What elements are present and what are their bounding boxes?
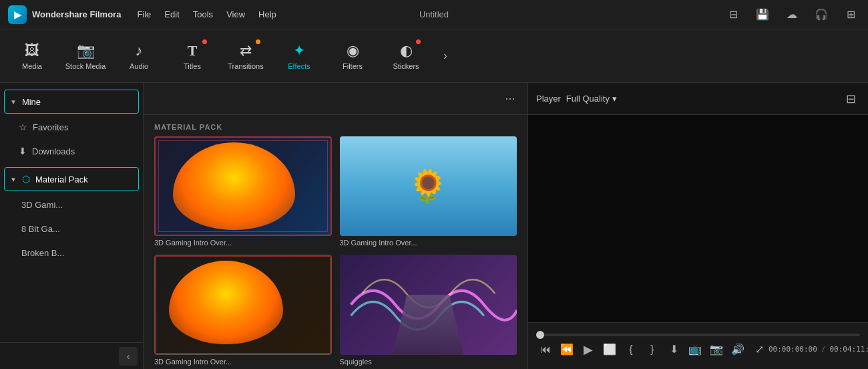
player-header: Player Full Quality ▾ ⊟ [528, 83, 868, 115]
sidebar-bottom: ‹ [0, 342, 143, 369]
menu-view[interactable]: View [226, 9, 245, 19]
grid-item-4[interactable]: Squiggles [340, 255, 517, 365]
filters-icon: ◉ [347, 42, 359, 59]
grid-label-3: 3D Gaming Intro Over... [154, 358, 332, 366]
right-panel: Player Full Quality ▾ ⊟ ⏮ ⏪ ▶ ⬜ { [527, 83, 868, 369]
camera-btn[interactable]: 📷 [707, 340, 726, 359]
sidebar-section: ▼ Mine ☆ Favorites ⬇ Downloads ▼ ⬡ Mater… [0, 83, 143, 342]
toolbar-more-btn[interactable]: › [435, 46, 455, 66]
3d-gami-label: 3D Gami... [21, 200, 63, 210]
app-name: Wondershare Filmora [32, 9, 121, 19]
player-right-icons: ⊟ [841, 90, 860, 108]
save-icon[interactable]: 💾 [753, 5, 772, 24]
material-pack-icon: ⬡ [22, 174, 30, 184]
stickers-badge [416, 39, 421, 44]
grid-label-4: Squiggles [340, 358, 517, 366]
time-sep: / [821, 345, 826, 354]
progress-bar[interactable] [536, 334, 860, 336]
time-row: ⏮ ⏪ ▶ ⬜ { } ⬇ 📺 📷 🔊 ⤢ 00:00:00:00 / 00:0… [536, 340, 860, 359]
logo-area: ▶ Wondershare Filmora [8, 5, 121, 24]
thumb-3 [154, 255, 332, 354]
flower-overlay-1 [173, 142, 295, 230]
sidebar-item-material-pack[interactable]: ▼ ⬡ Material Pack [4, 167, 139, 191]
play-btn[interactable]: ▶ [579, 340, 598, 359]
mark-in-btn[interactable]: { [622, 340, 640, 359]
sidebar-item-favorites[interactable]: ☆ Favorites [0, 115, 143, 139]
menu-tools[interactable]: Tools [193, 9, 213, 19]
thumb-4 [340, 255, 517, 354]
toolbar-effects-label: Effects [288, 62, 310, 70]
toolbar-stickers-label: Stickers [393, 62, 419, 70]
toolbar-filters[interactable]: ◉ Filters [326, 33, 379, 80]
screen-btn[interactable]: 📺 [686, 340, 704, 359]
sidebar-item-broken-b[interactable]: Broken B... [0, 241, 143, 265]
stock-media-icon: 📷 [77, 42, 95, 59]
sidebar-item-8bit-ga[interactable]: 8 Bit Ga... [0, 217, 143, 241]
menu-help[interactable]: Help [258, 9, 276, 19]
player-controls: ⏮ ⏪ ▶ ⬜ { } ⬇ 📺 📷 🔊 ⤢ 00:00:00:00 / 00:0… [528, 322, 868, 369]
fullscreen-btn[interactable]: ⤢ [750, 340, 769, 359]
content-more-btn[interactable]: ··· [501, 90, 519, 108]
toolbar-audio[interactable]: ♪ Audio [112, 33, 166, 80]
sidebar-item-downloads[interactable]: ⬇ Downloads [0, 139, 143, 163]
layout-icon[interactable]: ⊟ [724, 5, 742, 24]
cloud-icon[interactable]: ☁ [783, 5, 801, 24]
thumb-1 [154, 136, 332, 236]
broken-b-label: Broken B... [21, 248, 64, 258]
time-display: 00:00:00:00 / 00:04:11:13 [769, 345, 868, 354]
downloads-label: Downloads [32, 146, 75, 156]
render-btn[interactable]: ⬇ [664, 340, 683, 359]
stop-btn[interactable]: ⬜ [600, 340, 619, 359]
toolbar-filters-label: Filters [343, 62, 363, 70]
toolbar-stickers[interactable]: ◐ Stickers [379, 33, 433, 80]
toolbar-stock-media[interactable]: 📷 Stock Media [59, 33, 112, 80]
player-label: Player [536, 94, 561, 104]
menu-edit[interactable]: Edit [164, 9, 179, 19]
toolbar-effects[interactable]: ✦ Effects [272, 33, 326, 80]
frame-back-btn[interactable]: ⏪ [558, 340, 576, 359]
quality-value: Full Quality [566, 94, 610, 104]
preview-area [528, 115, 868, 322]
progress-handle[interactable] [536, 331, 544, 339]
material-pack-arrow: ▼ [10, 176, 17, 183]
favorites-label: Favorites [33, 122, 68, 132]
downloads-icon: ⬇ [19, 146, 27, 156]
current-time: 00:00:00:00 [769, 345, 817, 354]
quality-select[interactable]: Full Quality ▾ [566, 94, 617, 104]
grid-label-1: 3D Gaming Intro Over... [154, 239, 332, 247]
menu-file[interactable]: File [137, 9, 151, 19]
audio-icon: ♪ [136, 42, 143, 59]
content-panel: ··· MATERIAL PACK 3D Gaming Intro Over..… [144, 83, 527, 369]
sidebar: ▼ Mine ☆ Favorites ⬇ Downloads ▼ ⬡ Mater… [0, 83, 144, 369]
top-bar: ▶ Wondershare Filmora File Edit Tools Vi… [0, 0, 868, 29]
headphone-icon[interactable]: 🎧 [812, 5, 831, 24]
titles-icon: T [188, 42, 198, 59]
toolbar-transitions[interactable]: ⇄ Transitions [219, 33, 272, 80]
total-time: 00:04:11:13 [829, 345, 868, 354]
top-right-icons: ⊟ 💾 ☁ 🎧 ⊞ [724, 5, 860, 24]
grid-item-3[interactable]: 3D Gaming Intro Over... [154, 255, 332, 365]
grid-label-2: 3D Gaming Intro Over... [340, 239, 517, 247]
transitions-badge [256, 39, 260, 44]
app-logo: ▶ [8, 5, 27, 24]
sidebar-item-mine[interactable]: ▼ Mine [4, 90, 139, 114]
grid-item-2[interactable]: 3D Gaming Intro Over... [340, 136, 517, 247]
toolbar-media[interactable]: 🖼 Media [5, 33, 59, 80]
content-grid: 3D Gaming Intro Over... 3D Gaming Intro … [144, 136, 527, 369]
sidebar-collapse-btn[interactable]: ‹ [119, 347, 138, 366]
volume-btn[interactable]: 🔊 [728, 340, 747, 359]
sidebar-item-3d-gami[interactable]: 3D Gami... [0, 193, 143, 217]
grid-item-1[interactable]: 3D Gaming Intro Over... [154, 136, 332, 247]
material-pack-label: Material Pack [35, 174, 88, 184]
content-header: ··· [144, 83, 527, 115]
toolbar-titles[interactable]: T Titles [166, 33, 219, 80]
mine-label: Mine [22, 97, 41, 107]
mine-arrow: ▼ [10, 98, 17, 106]
grid-icon[interactable]: ⊞ [841, 5, 860, 24]
player-view-icon[interactable]: ⊟ [841, 90, 860, 108]
skip-back-btn[interactable]: ⏮ [536, 340, 555, 359]
mark-out-btn[interactable]: } [643, 340, 662, 359]
control-buttons: ⏮ ⏪ ▶ ⬜ { } ⬇ 📺 📷 🔊 ⤢ [536, 340, 769, 359]
window-title: Untitled [419, 9, 449, 19]
titles-badge [202, 39, 207, 44]
